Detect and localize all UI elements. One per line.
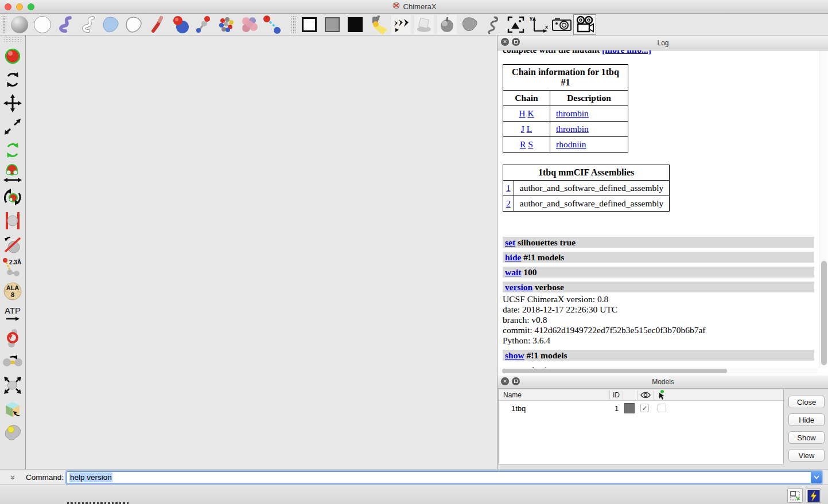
- translate-mode-button[interactable]: [1, 91, 24, 115]
- chain-desc-link[interactable]: rhodniin: [556, 139, 586, 149]
- chain-desc-link[interactable]: thrombin: [556, 108, 589, 118]
- snapshot-button[interactable]: [550, 14, 573, 35]
- assembly-link[interactable]: 2: [506, 198, 511, 208]
- minimize-window-button[interactable]: [16, 3, 23, 10]
- command-help-link[interactable]: set: [505, 237, 515, 247]
- lighting-spotlight-button[interactable]: [367, 14, 390, 35]
- label-residue-mode-button[interactable]: ALA 8: [1, 279, 24, 303]
- background-black-button[interactable]: [344, 14, 367, 35]
- zoom-window-button[interactable]: [28, 3, 34, 10]
- command-input[interactable]: help version: [67, 471, 822, 483]
- rotate-mode-button[interactable]: [1, 68, 24, 91]
- pivot-mode-button[interactable]: [1, 209, 24, 232]
- move-molecule-mode-button[interactable]: [1, 373, 24, 397]
- hide-cartoon-button[interactable]: [77, 14, 100, 35]
- show-cartoon-button[interactable]: [54, 14, 77, 35]
- selected-column-cursor-icon[interactable]: [657, 390, 665, 402]
- command-help-link[interactable]: show: [505, 350, 524, 360]
- resize-graphics-button[interactable]: [787, 489, 803, 503]
- background-gray-button[interactable]: [321, 14, 344, 35]
- chain-link[interactable]: L: [527, 124, 532, 134]
- chain-link[interactable]: K: [527, 108, 534, 118]
- log-content[interactable]: complete with the mutant [more info...] …: [497, 50, 818, 368]
- log-horizontal-scrollbar[interactable]: [497, 368, 818, 374]
- log-close-icon[interactable]: ✕: [501, 38, 509, 46]
- zoom-mode-button[interactable]: [1, 115, 24, 138]
- ball-stick-style-button[interactable]: [192, 14, 215, 35]
- log-command-entry: show #!1 models: [503, 350, 814, 361]
- models-undock-icon[interactable]: [512, 377, 520, 385]
- assembly-link[interactable]: 1: [506, 183, 511, 193]
- toolbar-drag-handle[interactable]: [2, 16, 6, 33]
- log-undock-icon[interactable]: [512, 38, 520, 46]
- axes-orient-button[interactable]: y x: [527, 14, 550, 35]
- movie-camera-icon: [574, 15, 595, 34]
- record-movie-button[interactable]: [573, 14, 596, 35]
- lighting-silhouette-button[interactable]: [390, 14, 413, 35]
- command-help-link[interactable]: wait: [505, 267, 521, 277]
- command-help-link[interactable]: hide: [505, 252, 521, 262]
- toolbar-drag-handle-2[interactable]: [291, 16, 296, 33]
- stick-style-button[interactable]: [146, 14, 169, 35]
- sphere-style-button[interactable]: [169, 14, 192, 35]
- show-surface-button[interactable]: [100, 14, 123, 35]
- fast-mode-button[interactable]: [806, 489, 821, 503]
- lighting-soft-button[interactable]: [413, 14, 436, 35]
- bond-rotation-mode-button[interactable]: [1, 326, 24, 350]
- show-atoms-button[interactable]: [215, 14, 238, 35]
- frame-image-button[interactable]: [504, 14, 527, 35]
- clip-mode-button[interactable]: [1, 397, 24, 420]
- chain-link[interactable]: R: [520, 139, 526, 149]
- atp-label-icon: ATP: [2, 305, 24, 325]
- shown-column-eye-icon[interactable]: [640, 392, 651, 400]
- models-panel-header[interactable]: ✕ Models: [497, 376, 828, 389]
- surface-cluster-button[interactable]: [238, 14, 261, 35]
- lighting-flat-button[interactable]: [458, 14, 481, 35]
- label-atom-mode-button[interactable]: ATP: [1, 303, 24, 326]
- zone-mode-button[interactable]: [1, 420, 24, 444]
- model-shown-checkbox[interactable]: ✓: [640, 404, 649, 412]
- model-color-swatch[interactable]: [624, 403, 635, 413]
- view-seahorse-button[interactable]: [481, 14, 504, 35]
- models-id-column[interactable]: ID: [613, 391, 620, 399]
- log-vertical-scrollbar[interactable]: [819, 50, 827, 368]
- graphics-viewport[interactable]: [26, 36, 497, 469]
- select-mode-button[interactable]: [1, 44, 24, 68]
- background-white-button[interactable]: [298, 14, 321, 35]
- atoms-hide-style-button[interactable]: [31, 14, 54, 35]
- rotate-molecule-mode-button[interactable]: [1, 185, 24, 209]
- view-model-button[interactable]: View: [788, 449, 825, 462]
- log-vscroll-thumb[interactable]: [821, 261, 827, 365]
- chain-link[interactable]: J: [521, 124, 524, 134]
- chain-link[interactable]: H: [519, 108, 525, 118]
- torsion-mode-button[interactable]: [1, 350, 24, 373]
- sidebar-drag-handle[interactable]: [4, 37, 21, 42]
- model-row[interactable]: 1tbq 1 ✓: [499, 401, 783, 416]
- translate-selected-mode-button[interactable]: [1, 162, 24, 185]
- distance-mode-button[interactable]: 2.3Å: [1, 256, 24, 279]
- chevron-down-icon: [814, 475, 819, 479]
- rotate-selected-mode-button[interactable]: [1, 138, 24, 162]
- atoms-sphere-style-button[interactable]: [8, 14, 31, 35]
- model-selected-checkbox[interactable]: [658, 404, 666, 412]
- hide-surface-button[interactable]: [123, 14, 146, 35]
- models-name-column[interactable]: Name: [503, 391, 522, 399]
- command-help-link[interactable]: version: [505, 282, 532, 292]
- chain-desc-link[interactable]: thrombin: [556, 124, 589, 134]
- close-model-button[interactable]: Close: [788, 396, 825, 408]
- log-clipped-link[interactable]: [more info...]: [602, 50, 651, 54]
- log-panel-header[interactable]: ✕ Log: [497, 36, 828, 50]
- delete-mode-button[interactable]: [1, 232, 24, 256]
- models-close-icon[interactable]: ✕: [501, 377, 509, 385]
- svg-text:ALA: ALA: [6, 284, 20, 291]
- command-history-dropdown[interactable]: [811, 471, 822, 483]
- hide-model-button[interactable]: Hide: [788, 413, 825, 426]
- log-hscroll-thumb[interactable]: [502, 369, 727, 373]
- lighting-full-button[interactable]: [436, 14, 458, 35]
- collapse-toolbar-chevron-icon[interactable]: »: [0, 472, 26, 482]
- top-toolbar: y x: [0, 14, 828, 36]
- show-model-button[interactable]: Show: [788, 431, 825, 444]
- hbonds-button[interactable]: [261, 14, 283, 35]
- close-window-button[interactable]: [5, 3, 11, 10]
- chain-link[interactable]: S: [528, 139, 533, 149]
